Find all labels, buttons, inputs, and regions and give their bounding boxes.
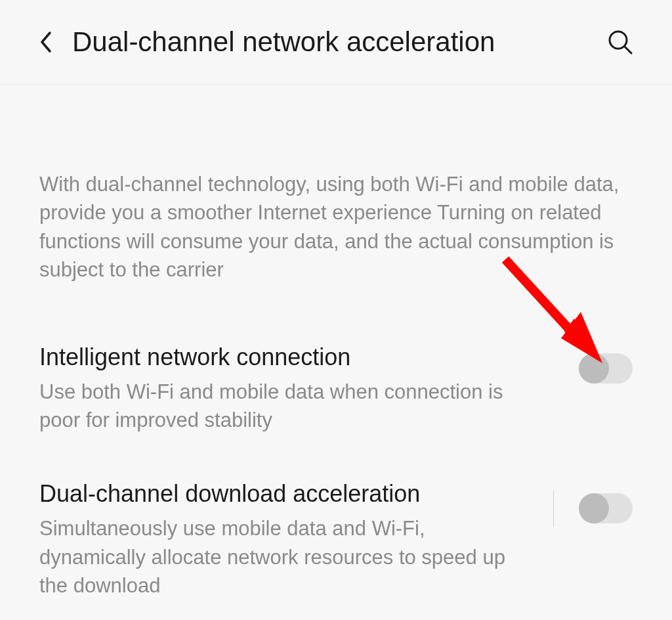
intelligent-network-toggle[interactable] [579,353,633,384]
dual-channel-download-toggle[interactable] [579,493,633,523]
search-button[interactable] [608,30,633,55]
back-button[interactable] [39,31,52,53]
setting-title: Dual-channel download acceleration [39,480,534,508]
page-title: Dual-channel network acceleration [72,26,588,58]
toggle-knob [579,493,609,523]
setting-text: Intelligent network connection Use both … [39,343,559,435]
search-icon [608,30,633,55]
setting-subtitle: Use both Wi-Fi and mobile data when conn… [39,378,538,435]
setting-subtitle: Simultaneously use mobile data and Wi-Fi… [39,514,534,600]
header: Dual-channel network acceleration [0,0,672,85]
toggle-knob [579,353,609,384]
chevron-left-icon [39,31,52,53]
toggle-wrapper [553,490,633,527]
setting-dual-channel-download: Dual-channel download acceleration Simul… [39,480,633,600]
svg-line-1 [625,47,631,53]
content-area: With dual-channel technology, using both… [0,85,672,600]
setting-intelligent-network: Intelligent network connection Use both … [39,343,633,435]
setting-title: Intelligent network connection [39,343,559,371]
description-text: With dual-channel technology, using both… [39,170,633,284]
toggle-wrapper [579,353,633,384]
divider-line [553,490,554,527]
setting-text: Dual-channel download acceleration Simul… [39,480,534,600]
